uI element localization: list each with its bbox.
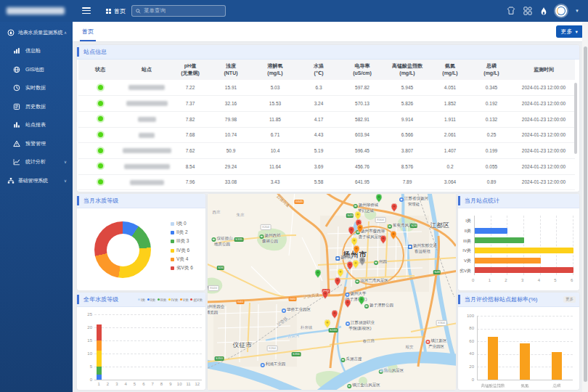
sidebar-item-1[interactable]: 信息舱 bbox=[0, 42, 73, 61]
park-poi-icon: ❧ bbox=[341, 358, 346, 362]
map-poi-label[interactable]: ■扬州东部交通客运枢纽 bbox=[408, 243, 437, 254]
table-scrollbar[interactable] bbox=[574, 83, 577, 154]
station-row[interactable]: 7.9633.083.435.58641.957.893.0640.892024… bbox=[78, 174, 575, 190]
breadcrumb[interactable]: 首页 bbox=[106, 0, 126, 22]
map-poi-label[interactable]: ●镇江新区产业园区 bbox=[426, 338, 447, 349]
cell-value: 641.95 bbox=[340, 174, 385, 190]
map-marker-pin-red[interactable] bbox=[334, 276, 341, 285]
menu-search-input[interactable]: 菜单查询 bbox=[131, 5, 226, 17]
station-row[interactable]: 7.2215.915.036.3597.825.9454.0510.345202… bbox=[78, 80, 575, 96]
map-poi-label[interactable]: ❧镇江金山风景区 bbox=[347, 383, 380, 388]
poi-icon: ● bbox=[282, 309, 286, 313]
road-name-label: 沪陕高速 bbox=[303, 293, 320, 300]
col-header: 高锰酸盐指数(mg/L) bbox=[385, 60, 430, 80]
sidebar-item-8[interactable]: 基础管理系统∨ bbox=[0, 171, 73, 190]
sidebar-item-5[interactable]: 站点报表 bbox=[0, 116, 73, 135]
map-poi-label[interactable]: ❧何园 bbox=[374, 259, 387, 265]
map-poi-label[interactable]: ❧扬州西郊森林公园 bbox=[260, 233, 281, 244]
sidebar-item-0[interactable]: 地表水质量监测系统∧ bbox=[0, 23, 73, 42]
cell-time: 2024-01-23 12:00:00 bbox=[513, 158, 575, 174]
sidebar-item-3[interactable]: 实时数据 bbox=[0, 79, 73, 98]
sidebar-item-7[interactable]: 统计分析∨ bbox=[0, 153, 73, 172]
park-poi-icon: ❧ bbox=[388, 224, 392, 229]
cell-value: 79.98 bbox=[209, 111, 253, 127]
map-marker-pin-gray[interactable] bbox=[359, 256, 366, 265]
legend-item[interactable]: V类 4 bbox=[171, 256, 193, 263]
map-marker-pin-orange[interactable] bbox=[390, 229, 397, 239]
search-placeholder: 菜单查询 bbox=[144, 7, 166, 15]
legend-item[interactable]: V类 bbox=[180, 298, 189, 302]
map-marker-pin-red[interactable] bbox=[348, 225, 355, 234]
map-poi-label[interactable]: ●华侨工业园区 bbox=[282, 307, 311, 313]
map-poi-label[interactable]: ●江苏省仪扬河管理处 bbox=[399, 196, 428, 207]
cell-value: 456.76 bbox=[340, 158, 385, 174]
avatar[interactable] bbox=[555, 5, 567, 17]
user-chevron-down-icon[interactable]: ▼ bbox=[575, 9, 579, 13]
cell-time: 2024-01-23 12:00:00 bbox=[513, 80, 575, 96]
map-poi-label[interactable]: ❧运河三湾风景区 bbox=[355, 278, 388, 284]
rate-bar bbox=[552, 352, 562, 380]
map-city-label: 仪征市 bbox=[233, 341, 253, 348]
cell-value: 10.4 bbox=[253, 143, 298, 159]
sidebar-item-2[interactable]: GIS地图 bbox=[0, 60, 73, 79]
gis-icon bbox=[13, 66, 20, 73]
station-row[interactable]: 7.6810.746.714.43603.946.5662.0610.25202… bbox=[78, 127, 575, 143]
cell-value: 7.82 bbox=[171, 111, 209, 127]
map-marker-pin-green[interactable] bbox=[314, 268, 322, 277]
legend-item[interactable]: II类 bbox=[147, 298, 155, 302]
theme-skin-icon[interactable] bbox=[507, 7, 515, 15]
legend-item[interactable]: 劣V类 bbox=[190, 298, 203, 302]
map-poi-label[interactable]: ❧仪征捺山地质公园 bbox=[212, 236, 233, 247]
hbar bbox=[475, 237, 524, 243]
col-header: 电导率(uS/cm) bbox=[340, 60, 385, 80]
sidebar-item-6[interactable]: 预警管理 bbox=[0, 134, 73, 153]
map-poi-label[interactable]: ●江苏旅游职业学院(新校区) bbox=[346, 320, 375, 331]
legend-item[interactable]: III类 bbox=[158, 298, 167, 302]
legend-item[interactable]: I类 bbox=[138, 298, 145, 302]
park-poi-icon: ❧ bbox=[374, 261, 378, 265]
station-row[interactable]: 7.3732.1615.533.24570.135.8261.8520.1922… bbox=[78, 96, 575, 112]
layout-icon[interactable] bbox=[523, 7, 532, 15]
map-marker-pin-orange[interactable] bbox=[356, 223, 364, 232]
page-scrollbar[interactable] bbox=[582, 22, 588, 392]
cell-value: 7.89 bbox=[385, 174, 430, 190]
flame-icon[interactable] bbox=[540, 7, 547, 15]
map-marker-pin-red[interactable] bbox=[391, 202, 398, 211]
map-poi-label[interactable]: ●扬州世园会博览园 bbox=[208, 304, 224, 315]
station-row[interactable]: 8.5429.2411.643.69456.768.5760.20.055202… bbox=[78, 158, 575, 174]
legend-item[interactable]: I类 0 bbox=[171, 221, 193, 227]
cell-value: 0.199 bbox=[470, 143, 513, 159]
map-panel[interactable]: 扬州市仪征市江都区西庄朱庄朴席镇顺安❧仪征捺山地质公园❧扬州西郊森林公园❧山森林… bbox=[208, 194, 456, 390]
station-info-title: 站点信息 bbox=[83, 48, 107, 56]
map-marker-pin-red[interactable] bbox=[344, 298, 351, 307]
map-marker-pin-red[interactable] bbox=[331, 309, 338, 318]
station-row[interactable]: 7.8279.9811.854.17582.919.9141.9110.1322… bbox=[78, 111, 575, 127]
station-row[interactable]: 7.6250.910.45.19596.453.8071.4070.199202… bbox=[78, 143, 575, 159]
cell-value: 0.25 bbox=[470, 127, 513, 143]
cell-value: 32.16 bbox=[209, 96, 253, 112]
sidebar: 地表水质量监测系统∧信息舱GIS地图实时数据历史数据站点报表预警管理统计分析∨基… bbox=[0, 22, 73, 392]
tab-home[interactable]: 首页 bbox=[82, 22, 94, 41]
map-marker-pin-red[interactable] bbox=[380, 234, 387, 243]
legend-item[interactable]: 劣V类 6 bbox=[171, 265, 193, 271]
legend-item[interactable]: III类 3 bbox=[171, 238, 193, 245]
legend-item[interactable]: II类 2 bbox=[171, 229, 193, 236]
map-poi-label[interactable]: ❧扬子津野公园 bbox=[364, 303, 393, 309]
map-marker-pin-green[interactable] bbox=[358, 295, 365, 304]
sidebar-item-4[interactable]: 历史数据 bbox=[0, 97, 73, 116]
road-badge: S353 bbox=[215, 356, 224, 361]
map-marker-pin-yellow[interactable] bbox=[352, 258, 359, 268]
map-marker-pin-yellow[interactable] bbox=[324, 318, 331, 327]
road-name-label: 古运河 bbox=[287, 333, 299, 340]
map-marker-pin-red[interactable] bbox=[322, 289, 329, 298]
map-poi-label[interactable]: ●利涵工业园 bbox=[261, 362, 286, 367]
map-marker-pin-orange[interactable] bbox=[353, 244, 360, 253]
map-marker-pin-green[interactable] bbox=[375, 194, 383, 202]
rate-more-button[interactable]: 更多 bbox=[563, 296, 576, 303]
menu-toggle-icon[interactable] bbox=[82, 7, 91, 14]
breadcrumb-home[interactable]: 首页 bbox=[114, 7, 126, 15]
more-button[interactable]: 更多▼ bbox=[556, 25, 584, 38]
legend-item[interactable]: IV类 bbox=[168, 298, 178, 302]
map-poi-label[interactable]: ❧瓜洲古渡 bbox=[341, 356, 362, 362]
legend-item[interactable]: IV类 6 bbox=[171, 248, 193, 254]
